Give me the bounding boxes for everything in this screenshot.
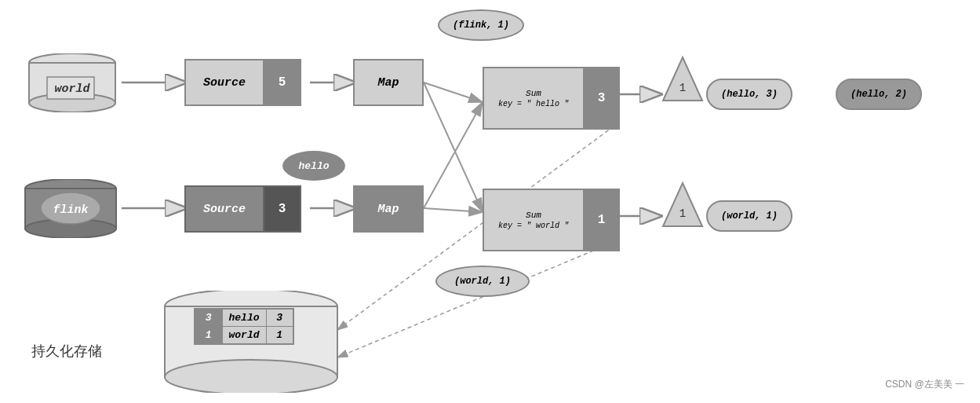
sum-top-label: Sum key = " hello " [484,68,583,128]
svg-text:1: 1 [679,207,686,220]
svg-point-33 [165,360,337,393]
svg-line-10 [424,208,483,212]
bubble-flink-1: (flink, 1) [438,9,524,41]
svg-text:flink: flink [53,203,89,217]
triangle-top: 1 [659,53,706,108]
source-top-num: 5 [264,60,300,104]
output-hello-3: (hello, 3) [706,79,792,110]
bubble-flink-1-label: (flink, 1) [453,20,509,31]
sum-top-group: Sum key = " hello " 3 [483,67,620,130]
map-top: Map [353,59,424,106]
source-top-label: Source [186,60,264,104]
svg-text:1: 1 [679,82,686,94]
sum-bottom-num: 1 [583,190,618,250]
svg-line-16 [337,240,620,357]
storage-label: 持久化存储 [31,342,102,361]
output-world-1: (world, 1) [706,200,792,232]
svg-line-9 [424,102,483,208]
sum-top-num: 3 [583,68,618,128]
sum-bottom-group: Sum key = " world " 1 [483,189,620,251]
source-bottom-group: Source 3 [184,185,301,233]
source-top-group: Source 5 [184,59,301,106]
svg-line-6 [424,82,483,212]
output-hello-2: (hello, 2) [836,79,922,110]
watermark: CSDN @左美美 一 [885,378,964,391]
bubble-world-1: (world, 1) [435,266,530,297]
diagram: (flink, 1) world Source 5 Map Sum key = … [0,0,980,403]
source-bottom-label: Source [186,187,264,231]
source-bottom-num: 3 [264,187,300,231]
svg-text:world: world [54,82,90,96]
sum-bottom-label: Sum key = " world " [484,190,583,250]
world-cylinder: world [24,53,122,112]
flink-cylinder: flink [20,179,122,238]
map-bottom: Map [353,185,424,233]
svg-line-5 [424,82,483,102]
bubble-hello: hello [282,151,345,181]
storage-table: 3 hello 3 1 world 1 [194,308,294,345]
triangle-bottom: 1 [659,179,706,234]
